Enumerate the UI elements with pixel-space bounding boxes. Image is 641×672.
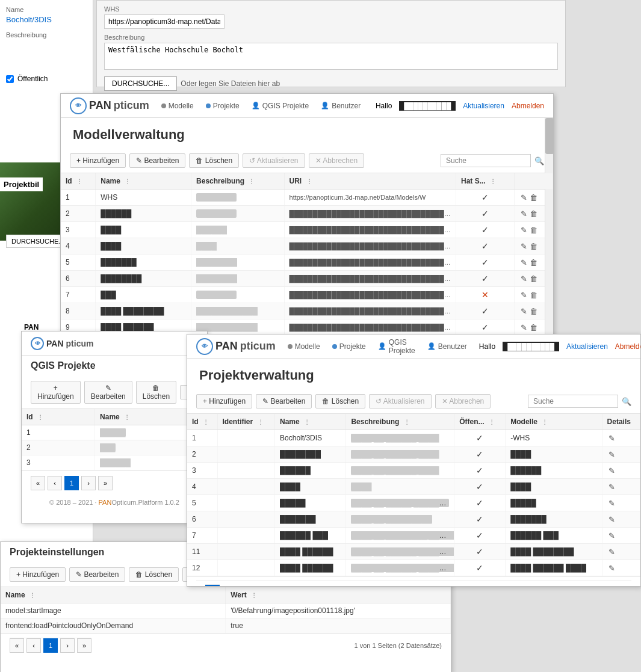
sett-bearbeiten-btn[interactable]: ✎ Bearbeiten <box>69 567 125 582</box>
qgis-pagination: « ‹ 1 › » <box>22 470 207 495</box>
delete-icon[interactable]: 🗑 <box>530 323 537 332</box>
edit-icon[interactable]: ✎ <box>521 242 527 251</box>
edit-icon[interactable]: ✎ <box>521 291 527 300</box>
delete-icon[interactable]: 🗑 <box>530 242 537 251</box>
edit-icon[interactable]: ✎ <box>521 193 527 202</box>
aktualisieren-btn-toolbar[interactable]: ↺ Aktualisieren <box>243 153 305 168</box>
proj-abbrechen-btn[interactable]: ✕ Abbrechen <box>435 394 491 408</box>
nav-projekte[interactable]: Projekte <box>206 102 240 110</box>
details-edit-icon[interactable]: ✎ <box>608 450 615 459</box>
cell-modelle: ███████ <box>506 511 602 528</box>
cell-details[interactable]: ✎ <box>602 446 640 463</box>
nav-benutzer-p[interactable]: 👤 Benutzer <box>427 342 467 351</box>
cell-uri: ████████████████████████████████████ <box>284 271 456 287</box>
edit-icon[interactable]: ✎ <box>521 274 527 283</box>
edit-icon[interactable]: ✎ <box>521 226 527 235</box>
proj-search[interactable] <box>528 395 618 408</box>
proj-col-name: Name ⋮ <box>275 414 346 430</box>
table-row: 6 ███████ ████ ██ █████████ ✓ ███████ ✎ <box>187 511 640 528</box>
abbrechen-btn[interactable]: ✕ Abbrechen <box>309 153 365 168</box>
nav-qgis[interactable]: 👤 QGIS Projekte <box>252 102 309 110</box>
proj-loeschen-btn[interactable]: 🗑 Löschen <box>315 394 365 408</box>
delete-icon[interactable]: 🗑 <box>530 209 537 218</box>
details-edit-icon[interactable]: ✎ <box>608 434 615 443</box>
qgis-next[interactable]: › <box>81 476 96 490</box>
loeschen-btn[interactable]: 🗑 Löschen <box>189 153 239 168</box>
table-row: 1 █████ <box>22 425 207 440</box>
details-edit-icon[interactable]: ✎ <box>608 531 615 540</box>
sett-prev-prev[interactable]: « <box>10 638 24 653</box>
proj-hinzufuegen-btn[interactable]: + Hinzufügen <box>196 394 252 408</box>
qgis-bearbeiten-btn[interactable]: ✎ Bearbeiten <box>84 381 132 404</box>
dot-modelle-p <box>288 344 293 349</box>
cell-name: ████ ████████ <box>96 303 191 319</box>
proj-bearbeiten-btn[interactable]: ✎ Bearbeiten <box>256 394 312 408</box>
delete-icon[interactable]: 🗑 <box>530 274 537 283</box>
delete-icon[interactable]: 🗑 <box>530 258 537 267</box>
sett-hinzufuegen-btn[interactable]: + Hinzufügen <box>10 567 66 582</box>
hinzufuegen-btn[interactable]: + Hinzufügen <box>70 153 126 168</box>
cell-details[interactable]: ✎ <box>602 528 640 544</box>
cell-hats: ✓ <box>456 254 515 271</box>
cell-details[interactable]: ✎ <box>602 560 640 576</box>
edit-icon[interactable]: ✎ <box>521 323 527 332</box>
sett-next-next[interactable]: » <box>77 638 91 653</box>
cell-id: 2 <box>61 206 96 222</box>
aktualisieren-btn[interactable]: Aktualisieren <box>463 102 504 110</box>
delete-icon[interactable]: 🗑 <box>530 193 537 202</box>
edit-icon[interactable]: ✎ <box>521 258 527 267</box>
sett-page1[interactable]: 1 <box>43 638 58 653</box>
search-input[interactable] <box>441 154 531 167</box>
details-edit-icon[interactable]: ✎ <box>608 547 615 556</box>
sett-prev[interactable]: ‹ <box>26 638 41 653</box>
details-edit-icon[interactable]: ✎ <box>608 482 615 492</box>
nav-benutzer[interactable]: 👤 Benutzer <box>321 102 361 110</box>
delete-icon[interactable]: 🗑 <box>530 307 537 316</box>
edit-icon[interactable]: ✎ <box>521 307 527 316</box>
nav-modelle-p[interactable]: Modelle <box>288 342 320 351</box>
bearbeiten-btn[interactable]: ✎ Bearbeiten <box>129 153 185 168</box>
cell-details[interactable]: ✎ <box>602 463 640 479</box>
beschreibung-field[interactable]: Westfälische Hochschule Bocholt <box>104 43 558 70</box>
nav-modelle[interactable]: Modelle <box>161 102 194 110</box>
qgis-logo: 👁 PAN pticum <box>31 337 93 350</box>
cell-beschreibung: ████ <box>191 238 284 254</box>
scrollbar[interactable] <box>545 118 553 346</box>
cell-details[interactable]: ✎ <box>602 511 640 528</box>
cell-details[interactable]: ✎ <box>602 430 640 446</box>
cell-details[interactable]: ✎ <box>602 495 640 511</box>
details-edit-icon[interactable]: ✎ <box>608 564 615 573</box>
proj-akt-btn[interactable]: ↺ Aktualisieren <box>369 394 431 408</box>
oeffentlich-checkbox[interactable] <box>6 75 14 83</box>
qgis-page1[interactable]: 1 <box>64 476 79 490</box>
cell-details[interactable]: ✎ <box>602 544 640 560</box>
delete-icon[interactable]: 🗑 <box>530 226 537 235</box>
sett-loeschen-btn[interactable]: 🗑 Löschen <box>129 567 179 582</box>
abmeld-btn-p[interactable]: Abmelde <box>615 342 641 351</box>
hallo-label: Hallo <box>376 102 392 110</box>
scrollbar-thumb[interactable] <box>545 118 554 154</box>
edit-icon[interactable]: ✎ <box>521 209 527 218</box>
qgis-prev-prev[interactable]: « <box>31 476 45 490</box>
qgis-next-next[interactable]: » <box>98 476 113 490</box>
sett-next[interactable]: › <box>60 638 75 653</box>
details-edit-icon[interactable]: ✎ <box>608 515 615 524</box>
akt-btn-p[interactable]: Aktualisieren <box>566 342 608 351</box>
table-row: 6 ████████ ████████ ████████████████████… <box>61 271 553 287</box>
qgis-loeschen-btn[interactable]: 🗑 Löschen <box>136 381 176 404</box>
cell-hats: ✕ <box>456 287 515 303</box>
nav-projekte-p[interactable]: Projekte <box>332 342 366 351</box>
delete-icon[interactable]: 🗑 <box>530 291 537 300</box>
abmelden-btn[interactable]: Abmelden <box>512 102 544 110</box>
qgis-hinzufuegen-btn[interactable]: + Hinzufügen <box>31 381 81 404</box>
details-edit-icon[interactable]: ✎ <box>608 499 615 508</box>
cell-details[interactable]: ✎ <box>602 479 640 495</box>
proj-page1[interactable]: 1 <box>205 585 220 587</box>
whs-field[interactable] <box>104 14 225 29</box>
browse-button[interactable]: DURCHSUCHE... <box>104 76 177 91</box>
user-name-p: ██████████ <box>503 342 559 351</box>
nav-qgis-p[interactable]: 👤 QGIS Projekte <box>378 338 415 355</box>
details-edit-icon[interactable]: ✎ <box>608 466 615 475</box>
cell-oeffen: ✓ <box>454 511 506 528</box>
qgis-prev[interactable]: ‹ <box>48 476 62 490</box>
